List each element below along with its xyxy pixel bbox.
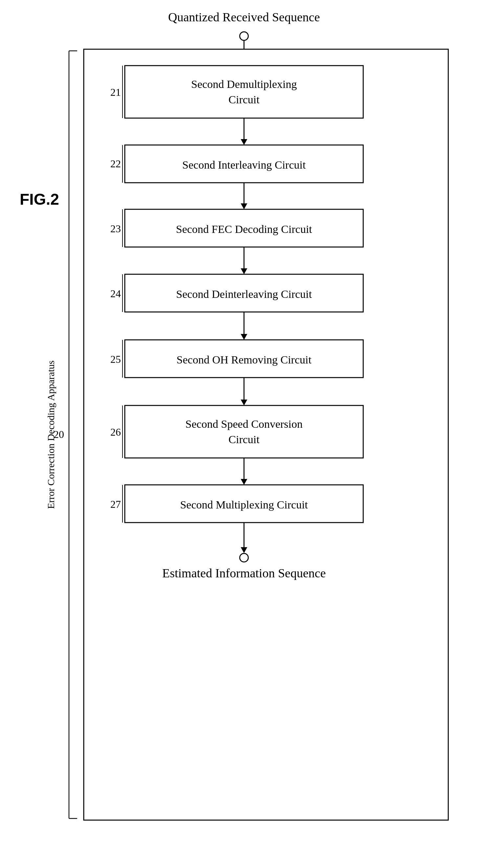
label-23: 23	[110, 223, 121, 235]
box-24-label: Second Deinterleaving Circuit	[176, 288, 312, 300]
box-22-label: Second Interleaving Circuit	[182, 159, 306, 171]
box-27-label: Second Multiplexing Circuit	[180, 499, 308, 511]
label-25: 25	[110, 353, 121, 365]
label-27: 27	[110, 498, 121, 510]
box-21-label-line2: Circuit	[229, 93, 260, 105]
box-26	[125, 405, 363, 458]
box-23-label: Second FEC Decoding Circuit	[176, 223, 312, 235]
top-input-node	[240, 32, 248, 40]
box-25-label: Second OH Removing Circuit	[177, 353, 312, 366]
bottom-output-node	[240, 553, 248, 562]
box-26-label-line1: Second Speed Conversion	[185, 418, 303, 430]
fig-label: FIG.2	[20, 190, 59, 208]
label-21: 21	[110, 86, 121, 98]
label-22: 22	[110, 158, 121, 169]
label-24: 24	[110, 288, 121, 300]
top-input-label: Quantized Received Sequence	[168, 10, 320, 24]
box-21	[125, 66, 363, 118]
label-26: 26	[110, 426, 121, 438]
bottom-output-label: Estimated Information Sequence	[162, 566, 326, 580]
box-21-label-line1: Second Demultiplexing	[191, 78, 297, 90]
box-26-label-line2: Circuit	[229, 433, 260, 445]
apparatus-number: 20	[54, 428, 64, 440]
